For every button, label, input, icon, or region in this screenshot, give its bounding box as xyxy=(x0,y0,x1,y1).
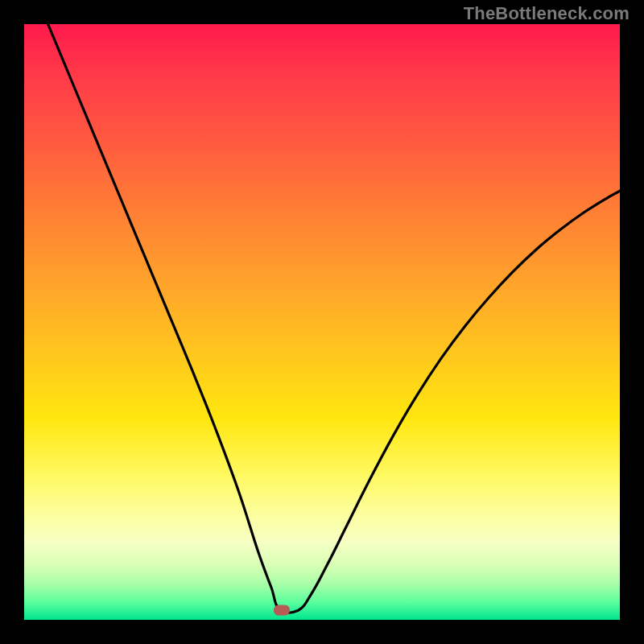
watermark-text: TheBottleneck.com xyxy=(464,3,630,24)
bottleneck-curve xyxy=(24,24,620,620)
optimal-point-marker xyxy=(274,605,290,616)
chart-frame: TheBottleneck.com line Axes are not labe… xyxy=(0,0,644,644)
chart-plot-area xyxy=(24,24,620,620)
